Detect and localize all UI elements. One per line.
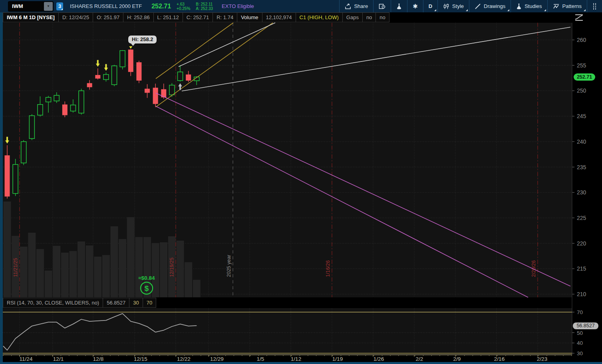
price-change: +.63 +0.25% xyxy=(177,2,190,11)
share-icon xyxy=(345,3,351,10)
ohlc-low: L: 251.12 xyxy=(153,12,183,22)
volume-bar xyxy=(94,257,101,297)
volume-value: 12,102,974 xyxy=(262,12,296,22)
price-tick-label: 210 xyxy=(577,291,586,297)
timeframe-button[interactable]: D xyxy=(423,0,437,12)
candle-body-up xyxy=(70,105,75,111)
volume-bar xyxy=(28,233,36,297)
price-tick-label: 225 xyxy=(577,215,586,221)
candle-body-up xyxy=(21,142,26,163)
date-label: 2/9 xyxy=(453,356,461,362)
patterns-label: Patterns xyxy=(562,3,582,9)
candle-body-up xyxy=(29,116,34,138)
date-label: 1/12 xyxy=(291,356,301,362)
style-button[interactable]: Style xyxy=(437,0,469,12)
last-price: 252.71 xyxy=(151,3,171,10)
price-tick-label: 245 xyxy=(577,113,586,119)
date-label: 2/16 xyxy=(494,356,505,362)
volume-bar xyxy=(102,255,110,297)
candle-body-up xyxy=(112,66,117,85)
candle-body-down xyxy=(5,155,10,196)
date-label: 2/23 xyxy=(537,356,547,362)
expiration-label: 12/19/25 xyxy=(169,257,175,277)
candle-body-up xyxy=(169,85,175,95)
alerts-button[interactable] xyxy=(373,0,391,12)
top-toolbar: IWM ▼ 3 ISHARES RUSSELL 2000 ETF 252.71 … xyxy=(0,0,602,12)
change-percent: +0.25% xyxy=(177,6,190,11)
candle-body-up xyxy=(46,97,51,102)
volume-bar xyxy=(4,202,11,297)
candle-body-down xyxy=(136,62,141,81)
ohlc-range: R: 1.74 xyxy=(213,12,237,22)
c1-study-label[interactable]: C1 (HIGH, LOW) xyxy=(296,12,343,22)
left-frame-strip xyxy=(0,12,3,364)
chart-canvas[interactable]: 2602552502452402352302252202152102025 ye… xyxy=(0,0,602,364)
drawings-button[interactable]: Drawings xyxy=(469,0,511,12)
expiration-label: 2/20/26 xyxy=(531,260,536,277)
candle-body-up xyxy=(178,72,183,81)
flask-icon xyxy=(396,3,402,10)
date-label: 12/22 xyxy=(177,356,191,362)
price-tick-label: 255 xyxy=(577,62,586,69)
share-button[interactable]: Share xyxy=(339,0,373,12)
volume-bar xyxy=(111,226,118,297)
date-label: 12/1 xyxy=(53,356,64,362)
date-label: 1/5 xyxy=(257,356,264,362)
share-label: Share xyxy=(354,3,368,9)
price-tick-label: 260 xyxy=(577,37,586,43)
rsi-tick-label: 30 xyxy=(577,350,583,356)
volume-label: Volume xyxy=(237,12,262,22)
timeframe-label: D xyxy=(429,3,432,9)
candle-body-up xyxy=(120,51,125,67)
date-label: 11/24 xyxy=(20,356,33,362)
bottom-frame-strip xyxy=(0,362,602,364)
toolbar-buttons: Share ✱ D Style Drawings xyxy=(339,0,602,12)
ohlc-date: D: 12/24/25 xyxy=(58,12,93,22)
gaps-value-1[interactable]: no xyxy=(362,12,376,22)
candlestick-icon xyxy=(443,3,449,10)
gaps-label[interactable]: Gaps xyxy=(342,12,363,22)
rsi-low-level[interactable]: 30 xyxy=(129,298,143,308)
price-tick-label: 240 xyxy=(577,138,586,145)
caret-icon xyxy=(466,9,468,11)
date-label: 12/15 xyxy=(134,356,147,362)
more-menu-button[interactable] xyxy=(587,0,602,12)
bid-ask: B: 252.11 A: 252.33 xyxy=(196,2,213,11)
chart-scale-icon[interactable] xyxy=(575,16,582,19)
rsi-tick-label: 50 xyxy=(577,330,583,336)
style-label: Style xyxy=(452,3,464,9)
last-price-badge: 252.71 xyxy=(574,73,595,81)
symbol-dropdown-button[interactable]: ▼ xyxy=(44,2,53,11)
date-label: 12/8 xyxy=(93,356,103,362)
flask-icon xyxy=(516,3,522,10)
volume-bar xyxy=(127,217,135,297)
candle-body-down xyxy=(62,105,68,115)
chart-link-badge[interactable]: 3 xyxy=(56,2,63,10)
volume-bar xyxy=(160,242,167,297)
candle-body-up xyxy=(38,105,43,115)
candle-body-down xyxy=(128,49,133,72)
grid-menu-icon xyxy=(593,3,596,10)
volume-bar xyxy=(61,253,69,297)
expiration-label: 1/16/26 xyxy=(325,260,331,277)
volume-bar xyxy=(135,237,143,297)
caret-icon xyxy=(434,9,436,11)
settings-button[interactable]: ✱ xyxy=(407,0,423,12)
drawings-label: Drawings xyxy=(484,3,505,9)
volume-bar xyxy=(86,245,93,297)
company-name: ISHARES RUSSELL 2000 ETF xyxy=(70,3,142,9)
patterns-button[interactable]: Patterns xyxy=(547,0,587,12)
rsi-study-label[interactable]: RSI (14, 70, 30, CLOSE, WILDERS, no) xyxy=(3,298,103,308)
ohlc-high: H: 252.86 xyxy=(123,12,153,22)
analyze-button[interactable] xyxy=(391,0,407,12)
rsi-high-level[interactable]: 70 xyxy=(143,298,156,308)
price-tick-label: 250 xyxy=(577,87,586,94)
caret-icon xyxy=(544,9,546,11)
exto-eligible-label: EXTO Eligible xyxy=(222,3,254,9)
volume-bar xyxy=(77,241,85,297)
studies-button[interactable]: Studies xyxy=(511,0,547,12)
rsi-value-badge: 56.8527 xyxy=(573,322,598,329)
symbol-input[interactable]: IWM ▼ xyxy=(8,1,54,12)
gaps-value-2[interactable]: no xyxy=(376,12,389,22)
dividend-amount-label: ≈$0.84 xyxy=(138,275,155,281)
